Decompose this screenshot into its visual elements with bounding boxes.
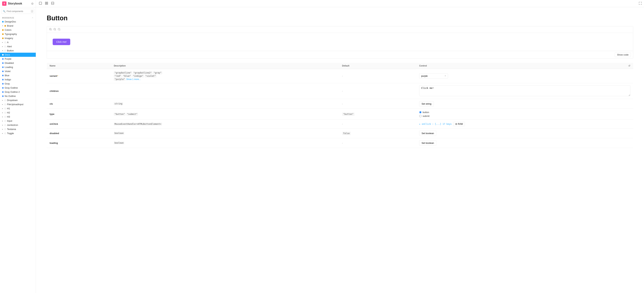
reset-controls-icon[interactable]: ↺: [628, 64, 630, 67]
sidebar-item-gray-outline-2[interactable]: Gray Outline 2: [0, 90, 36, 94]
prop-desc-variant: "grayOutline" "grayOutline2" "gray" "red…: [114, 71, 162, 81]
sidebar-item-label: Textarea: [7, 128, 16, 130]
toggle-icon: [4, 133, 6, 134]
svg-point-14: [58, 28, 60, 30]
sidebar-item-no-outline[interactable]: No Outline: [0, 94, 36, 98]
sidebar-item-alert[interactable]: ▸ Alert: [0, 44, 36, 48]
sidebar-item-docs[interactable]: Docs: [0, 53, 36, 57]
sidebar-item-label: Indigo: [5, 78, 11, 81]
table-row: children - Click me!: [47, 83, 633, 99]
zoom-reset-icon[interactable]: [58, 28, 60, 31]
docs-icon: [2, 54, 4, 56]
sidebar-item-loading[interactable]: Loading: [0, 65, 36, 69]
loading-icon: [2, 66, 4, 68]
sidebar-item-disabled[interactable]: Disabled: [0, 61, 36, 65]
design-doc-icon: [2, 21, 4, 22]
preview-toolbar: [47, 26, 633, 33]
search-input[interactable]: [2, 9, 34, 14]
sidebar-item-label: Dropdown: [7, 99, 18, 102]
grid-view-icon[interactable]: [44, 1, 49, 6]
sidebar-item-file-upload-input[interactable]: ▸ FileUploadInput: [0, 102, 36, 106]
sidebar-item-gray[interactable]: Gray: [0, 82, 36, 86]
sidebar-item-blue[interactable]: Blue: [0, 73, 36, 78]
preview-content: Click me!: [47, 33, 633, 51]
sidebar-item-brand[interactable]: ▾ Brand: [0, 24, 36, 28]
set-string-button[interactable]: Set string: [419, 101, 434, 106]
sidebar-item-label: DesignDoc: [5, 20, 16, 23]
raw-button[interactable]: RAW: [453, 122, 465, 126]
collapse-section-icon[interactable]: [32, 17, 34, 19]
variant-select[interactable]: purple grayOutline grayOutline2 gray red…: [419, 73, 448, 78]
table-row: variant* "grayOutline" "grayOutline2" "g…: [47, 69, 633, 83]
radio-button[interactable]: [419, 111, 422, 114]
brand-icon: [4, 25, 6, 26]
radio-submit-label[interactable]: submit: [419, 115, 630, 118]
dropdown-expand-icon: ▸: [2, 99, 3, 101]
preview-button[interactable]: Click me!: [53, 39, 70, 45]
h3-icon: [4, 116, 6, 118]
sidebar-item-label: Imagery: [5, 37, 13, 40]
search-icon: 🔍: [3, 10, 6, 12]
prop-name-cls: cls: [50, 102, 53, 105]
eye-icon: [455, 123, 457, 125]
sidebar-item-imagery[interactable]: Imagery: [0, 36, 36, 40]
svg-line-12: [55, 30, 56, 30]
children-textarea[interactable]: Click me!: [419, 86, 630, 96]
preview-footer: Show code: [47, 51, 633, 58]
gear-icon[interactable]: ⚙: [31, 2, 34, 6]
h2-icon: [4, 112, 6, 114]
search-box: 🔍 /: [2, 9, 34, 14]
col-header-control: Control ↺: [416, 63, 633, 69]
sidebar-item-colors[interactable]: Colors: [0, 28, 36, 32]
sidebar-item-typography[interactable]: Typography: [0, 32, 36, 36]
show-code-button[interactable]: Show code: [615, 52, 631, 57]
sidebar-item-label: FileUploadInput: [7, 103, 23, 106]
sidebar-item-input[interactable]: ▸ Input: [0, 119, 36, 123]
no-outline-icon: [2, 96, 4, 97]
set-boolean-disabled-button[interactable]: Set boolean: [419, 131, 436, 136]
sidebar-item-jumbotron[interactable]: ▸ Jumbotron: [0, 123, 36, 127]
sidebar-item-label: Gray Outline 2: [5, 90, 20, 93]
radio-submit[interactable]: [419, 115, 422, 117]
sidebar-item-purple[interactable]: Purple: [0, 57, 36, 61]
col-header-default: Default: [339, 63, 416, 69]
type-radio-group: button submit: [419, 111, 630, 118]
sidebar-logo[interactable]: S Storybook: [2, 2, 22, 6]
panel-view-icon[interactable]: [50, 1, 55, 6]
svg-point-16: [456, 124, 456, 124]
sidebar-item-h3[interactable]: ▸ H3: [0, 115, 36, 119]
typography-icon: [2, 34, 4, 35]
fullscreen-icon[interactable]: [638, 2, 642, 6]
radio-button-label[interactable]: button: [419, 111, 630, 114]
sidebar-item-label: Gray Outline: [5, 86, 18, 89]
colors-icon: [2, 29, 4, 31]
sidebar-item-design-doc[interactable]: DesignDoc: [0, 20, 36, 24]
sidebar-item-dropdown[interactable]: ▸ Dropdown: [0, 98, 36, 102]
controls-table: Name Description Default Control ↺ varia…: [47, 63, 633, 148]
sidebar-item-h1[interactable]: ▸ H1: [0, 106, 36, 110]
default-val: -: [342, 102, 343, 105]
sidebar-item-violet[interactable]: Violet: [0, 69, 36, 73]
sidebar-item-textarea[interactable]: ▸ Textarea: [0, 127, 36, 131]
zoom-in-icon[interactable]: [49, 28, 52, 31]
sidebar-item-a[interactable]: ▸ A: [0, 40, 36, 44]
page-title: Button: [47, 14, 633, 22]
sidebar-item-label: H2: [7, 111, 10, 114]
h1-expand-icon: ▸: [2, 108, 3, 110]
sidebar-item-label: Disabled: [5, 62, 14, 64]
show-more-link[interactable]: Show 1 more...: [126, 78, 141, 80]
col-header-description: Description: [111, 63, 339, 69]
jumbotron-icon: [4, 124, 6, 126]
sidebar-item-toggle[interactable]: ▸ Toggle: [0, 131, 36, 135]
prop-name-disabled: disabled: [50, 132, 59, 135]
sidebar-item-gray-outline[interactable]: Gray Outline: [0, 86, 36, 90]
set-boolean-loading-button[interactable]: Set boolean: [419, 140, 436, 146]
zoom-out-icon[interactable]: [53, 28, 56, 31]
table-row: cls string - Set string: [47, 99, 633, 108]
table-row: type "button" "submit" "button" button s…: [47, 108, 633, 120]
sidebar-item-indigo[interactable]: Indigo: [0, 78, 36, 82]
sidebar-item-button[interactable]: ▾ Button: [0, 48, 36, 53]
sidebar-item-h2[interactable]: ▸ H2: [0, 110, 36, 115]
imagery-icon: [2, 38, 4, 39]
single-view-icon[interactable]: [38, 1, 43, 6]
